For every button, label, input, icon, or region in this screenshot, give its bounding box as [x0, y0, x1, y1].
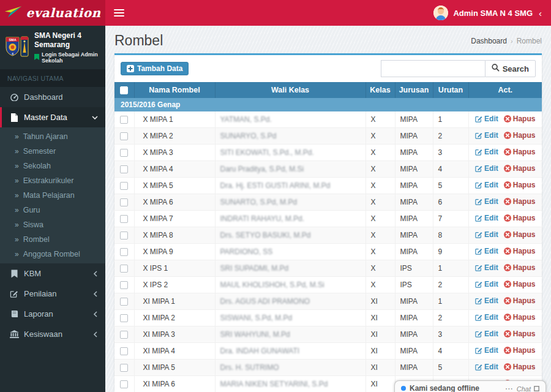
edit-button[interactable]: Edit — [475, 363, 498, 371]
sidebar-subitem-ekstrakurikuler[interactable]: » Ekstrakurikuler — [0, 173, 105, 188]
delete-icon — [504, 181, 511, 189]
row-checkbox[interactable] — [120, 314, 128, 322]
hapus-button[interactable]: Hapus — [504, 330, 536, 338]
edit-button[interactable]: Edit — [475, 263, 498, 272]
row-checkbox[interactable] — [120, 165, 128, 173]
brand-logo[interactable]: evaluation — [0, 0, 105, 26]
cell-wali-kelas: SUNARYO, S.Pd — [220, 132, 277, 140]
sidebar-item-penilaian[interactable]: Penilaian — [0, 284, 105, 304]
edit-button[interactable]: Edit — [475, 296, 498, 305]
row-checkbox[interactable] — [120, 265, 128, 273]
sidebar-subitem-sekolah[interactable]: » Sekolah — [0, 159, 105, 173]
chat-widget[interactable]: Kami sedang offline ⋯ Chat — [394, 380, 546, 392]
sidebar-subitem-label: Semester — [23, 147, 56, 156]
cell-kelas: XI — [365, 293, 395, 310]
sidebar-item-kbm[interactable]: KBM — [0, 263, 105, 284]
hapus-button[interactable]: Hapus — [504, 148, 536, 156]
hapus-button[interactable]: Hapus — [504, 197, 536, 206]
row-checkbox[interactable] — [120, 298, 128, 306]
sidebar-subitem-siswa[interactable]: » Siswa — [0, 217, 105, 232]
table-row: XI MIPA 3 SRI WAHYUNI, M.Pd XI MIPA 3 Ed… — [114, 326, 542, 343]
edit-button[interactable]: Edit — [475, 313, 498, 322]
edit-button[interactable]: Edit — [475, 148, 498, 156]
table-row: X MIPA 3 SITI EKOWATI, S.Pd., M.Pd. X MI… — [114, 145, 542, 161]
edit-button[interactable]: Edit — [475, 214, 498, 222]
row-checkbox[interactable] — [120, 347, 128, 355]
sidebar-item-laporan[interactable]: Laporan — [0, 304, 105, 324]
edit-button[interactable]: Edit — [475, 115, 498, 123]
sidebar-subitem-anggota-rombel[interactable]: » Anggota Rombel — [0, 247, 105, 262]
hapus-button[interactable]: Hapus — [504, 214, 536, 222]
row-checkbox[interactable] — [120, 198, 128, 206]
col-header-wali-kelas[interactable]: Wali Kelas — [215, 82, 365, 98]
hapus-button[interactable]: Hapus — [504, 230, 536, 239]
hapus-button[interactable]: Hapus — [504, 346, 536, 355]
row-checkbox[interactable] — [120, 364, 128, 372]
hapus-button[interactable]: Hapus — [504, 263, 536, 272]
col-header-kelas[interactable]: Kelas — [365, 82, 395, 98]
sidebar-item-dashboard[interactable]: Dashboard — [0, 87, 105, 107]
col-header-jurusan[interactable]: Jurusan — [395, 82, 433, 98]
col-header-nama-rombel[interactable]: Nama Rombel — [134, 82, 215, 98]
hapus-button[interactable]: Hapus — [504, 181, 536, 189]
edit-button[interactable]: Edit — [475, 197, 498, 206]
sidebar-item-label: Laporan — [24, 309, 87, 318]
pencil-square-icon — [9, 290, 19, 298]
edit-button[interactable]: Edit — [475, 131, 498, 140]
edit-button[interactable]: Edit — [475, 230, 498, 239]
row-checkbox[interactable] — [120, 215, 128, 223]
edit-button[interactable]: Edit — [475, 164, 498, 173]
sidebar-item-kesiswaan[interactable]: Kesiswaan — [0, 324, 105, 344]
edit-icon — [475, 198, 482, 205]
sidebar-subitem-mata-pelajaran[interactable]: » Mata Pelajaran — [0, 188, 105, 203]
user-menu[interactable]: Admin SMA N 4 SMG ‹ — [424, 0, 551, 26]
row-checkbox[interactable] — [120, 248, 128, 256]
chat-menu-icon[interactable]: ⋯ — [505, 384, 514, 392]
hapus-button[interactable]: Hapus — [504, 131, 536, 140]
cell-wali-kelas: YATMAN, S.Pd. — [220, 115, 272, 124]
edit-button[interactable]: Edit — [475, 181, 498, 189]
cell-nama-rombel: X IPS 1 — [134, 260, 215, 277]
edit-button[interactable]: Edit — [475, 280, 498, 288]
hapus-button[interactable]: Hapus — [504, 115, 536, 123]
row-checkbox[interactable] — [120, 182, 128, 190]
hapus-button[interactable]: Hapus — [504, 247, 536, 255]
select-all-checkbox[interactable] — [120, 86, 128, 94]
table-header-row: Nama Rombel Wali Kelas Kelas Jurusan Uru… — [114, 82, 542, 98]
cell-kelas: X — [365, 260, 395, 277]
row-checkbox[interactable] — [120, 281, 128, 289]
edit-button[interactable]: Edit — [475, 346, 498, 355]
hapus-button[interactable]: Hapus — [504, 164, 536, 173]
row-checkbox[interactable] — [120, 149, 128, 157]
cell-jurusan: IPS — [395, 260, 433, 277]
add-data-button[interactable]: Tambah Data — [121, 62, 189, 75]
search-input[interactable] — [381, 60, 485, 77]
hapus-button[interactable]: Hapus — [504, 296, 536, 305]
chat-window-icon[interactable] — [534, 385, 539, 392]
cell-nama-rombel: X MIPA 5 — [134, 178, 215, 194]
row-checkbox[interactable] — [120, 116, 128, 124]
hapus-button[interactable]: Hapus — [504, 280, 536, 288]
breadcrumb-dashboard[interactable]: Dashboard — [471, 37, 507, 45]
angle-double-right-icon: » — [15, 162, 19, 170]
sidebar-item-master-data[interactable]: Master Data — [0, 107, 105, 127]
edit-icon — [475, 297, 482, 304]
sidebar-subitem-semester[interactable]: » Semester — [0, 144, 105, 159]
chat-label: Chat — [517, 385, 531, 392]
row-checkbox[interactable] — [120, 380, 128, 388]
sidebar-subitem-guru[interactable]: » Guru — [0, 203, 105, 217]
row-checkbox[interactable] — [120, 331, 128, 339]
edit-button[interactable]: Edit — [475, 247, 498, 255]
hapus-button[interactable]: Hapus — [504, 313, 536, 322]
sidebar-subitem-tahun-ajaran[interactable]: » Tahun Ajaran — [0, 129, 105, 144]
hapus-button[interactable]: Hapus — [504, 363, 536, 371]
row-checkbox[interactable] — [120, 232, 128, 239]
search-button[interactable]: Search — [485, 60, 536, 77]
row-checkbox[interactable] — [120, 132, 128, 140]
edit-button[interactable]: Edit — [475, 330, 498, 338]
sidebar-toggle-icon[interactable] — [105, 0, 132, 26]
cell-kelas: X — [365, 277, 395, 293]
sidebar-subitem-rombel[interactable]: » Rombel — [0, 232, 105, 247]
col-header-urutan[interactable]: Urutan — [433, 82, 468, 98]
navbar-spacer — [132, 0, 424, 26]
